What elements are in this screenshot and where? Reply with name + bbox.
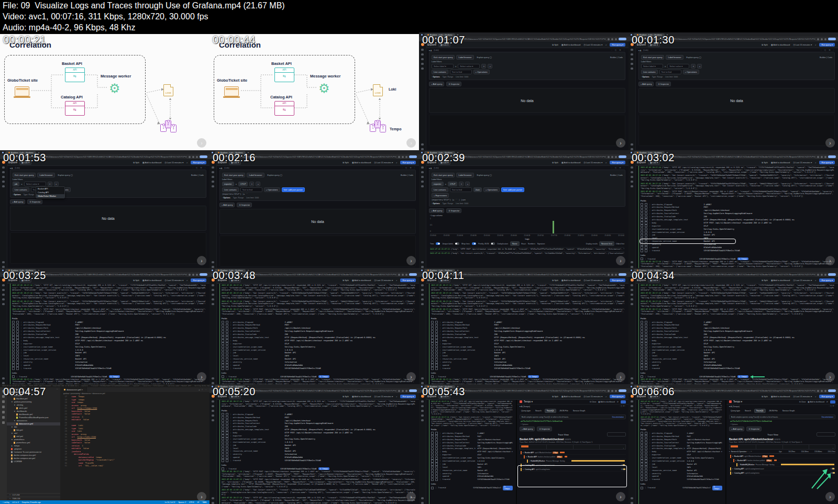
- add-to-dashboard-button[interactable]: ▦ Add to dashboard: [808, 401, 824, 403]
- split-button[interactable]: ⧉ Split: [343, 279, 349, 282]
- filter-out-value-icon[interactable]: [645, 324, 647, 327]
- filter-for-value-icon[interactable]: [641, 444, 643, 447]
- run-query-button[interactable]: Run query ▾: [191, 278, 206, 282]
- filter-for-value-icon[interactable]: [222, 425, 224, 428]
- filter-for-value-icon[interactable]: [641, 324, 643, 327]
- operations-button[interactable]: + Operations: [683, 70, 699, 74]
- search-icon[interactable]: ⌕: [605, 279, 607, 282]
- extension-icon[interactable]: [398, 274, 400, 276]
- time-range-picker[interactable]: ◷ Last 15 minutes ▾: [583, 43, 602, 46]
- traceql-query[interactable]: ae7bc5a52374864b43e47275b2c1b8ba02ab: [730, 420, 834, 422]
- filter-for-value-icon[interactable]: [641, 435, 643, 438]
- filter-out-value-icon[interactable]: [645, 361, 647, 364]
- video-frame-00-01-07[interactable]: Explore - Loki - Grafana+ ‹ › ⟳localhost…: [419, 32, 629, 150]
- filter-out-value-icon[interactable]: [16, 358, 19, 361]
- field-row[interactable]: |traceid53f5876b9e6d07ba455793be2cc755d6: [222, 367, 416, 370]
- tree-item-license[interactable]: LICENSE: [7, 460, 60, 463]
- prettify-toggle[interactable]: [491, 242, 495, 245]
- span-duration-bar[interactable]: [781, 464, 834, 465]
- options-toggle[interactable]: › Options: [222, 197, 230, 199]
- filter-out-value-icon[interactable]: [435, 333, 438, 336]
- filter-for-value-icon[interactable]: [222, 431, 224, 434]
- extension-icon[interactable]: [821, 274, 823, 276]
- run-query-button[interactable]: Run query ▾: [819, 161, 835, 164]
- filter-for-value-icon[interactable]: [222, 327, 224, 330]
- log-line[interactable]: 2023-07-03 20:17:14 {"body": "HTTP POST …: [431, 308, 625, 316]
- video-frame-00-04-11[interactable]: Explore - Loki - Grafana+ ‹ › ⟳localhost…: [419, 268, 629, 384]
- filter-out-value-icon[interactable]: [645, 327, 647, 330]
- nav-icon[interactable]: [2, 166, 5, 169]
- log-line[interactable]: 2023-07-03 20:17:14 {"body": "Get Concer…: [222, 300, 416, 308]
- filter-out-value-icon[interactable]: [226, 339, 228, 342]
- nav-icon[interactable]: [212, 176, 214, 178]
- nav-icon[interactable]: [421, 58, 424, 61]
- filter-out-value-icon[interactable]: [226, 459, 228, 462]
- video-frame-00-01-53[interactable]: Explore - Loki - Grafana+ ‹ › ⟳localhost…: [0, 150, 210, 268]
- line-contains-input[interactable]: Text to find: [450, 187, 472, 192]
- help-icon[interactable]: [631, 261, 633, 264]
- builder-code-toggle[interactable]: Builder | Code: [820, 57, 832, 59]
- log-line[interactable]: 2023-07-03 20:17:14 {"body": "Get Concer…: [641, 292, 835, 299]
- filter-out-value-icon[interactable]: [645, 342, 647, 345]
- filter-out-value-icon[interactable]: [645, 221, 647, 224]
- find-input[interactable]: [607, 432, 626, 436]
- span-row[interactable]: ▾Basket APIapi/v1/Basket/checkout776μs: [729, 454, 835, 458]
- nav-icon[interactable]: [631, 181, 633, 183]
- time-range-picker[interactable]: ◷ Last 15 minutes ▾: [793, 395, 812, 398]
- filter-for-value-icon[interactable]: [222, 441, 224, 443]
- profile-icon[interactable]: [421, 502, 424, 504]
- log-line[interactable]: 2023-07-03 20:17:14 {"body": "HTTP POST …: [641, 308, 835, 316]
- filter-for-value-icon[interactable]: [641, 216, 643, 218]
- filter-out-value-icon[interactable]: [435, 451, 438, 453]
- filter-for-value-icon[interactable]: [431, 364, 434, 366]
- filter-for-value-icon[interactable]: [641, 466, 643, 468]
- span-duration-bar[interactable]: [774, 460, 777, 461]
- field-row[interactable]: |traceid53f5876b9e6d07ba455793be2cc755d6: [12, 367, 206, 370]
- filter-for-value-icon[interactable]: [641, 355, 643, 357]
- filter-out-value-icon[interactable]: [226, 431, 228, 434]
- label-browser-button[interactable]: Label browser: [456, 173, 473, 177]
- filter-out-value-icon[interactable]: [16, 333, 19, 336]
- filter-for-value-icon[interactable]: [431, 367, 434, 369]
- filter-out-value-icon[interactable]: [226, 349, 228, 351]
- run-query-button[interactable]: Run query ▾: [819, 395, 835, 398]
- extension-icon[interactable]: [398, 156, 400, 158]
- filter-for-value-icon[interactable]: [641, 451, 643, 453]
- log-line[interactable]: 2023-07-03 20:17:14 {"body": "HTTP GET /…: [222, 284, 416, 292]
- remove-filter-button[interactable]: ×: [48, 182, 52, 186]
- filter-out-value-icon[interactable]: [435, 478, 438, 481]
- filter-out-value-icon[interactable]: [16, 321, 19, 323]
- log-line[interactable]: 2023-07-03 20:17:14 {"body": "Get Concer…: [641, 300, 835, 308]
- run-query-button[interactable]: Run query ▾: [400, 278, 416, 282]
- filter-for-value-icon[interactable]: [12, 361, 15, 364]
- browser-update-pill[interactable]: [828, 38, 836, 40]
- filter-out-value-icon[interactable]: [645, 345, 647, 348]
- log-line[interactable]: 2023-07-03 20:17:14 {"body": "Get Concer…: [641, 416, 722, 427]
- nav-icon[interactable]: [212, 294, 214, 296]
- filter-for-value-icon[interactable]: [431, 352, 434, 354]
- filter-for-value-icon[interactable]: [641, 228, 643, 230]
- filter-out-value-icon[interactable]: [645, 228, 647, 230]
- split-button[interactable]: ⧉ Split: [552, 395, 558, 398]
- filter-out-value-icon[interactable]: [226, 422, 228, 425]
- filter-out-value-icon[interactable]: [226, 330, 228, 333]
- video-frame-00-04-34[interactable]: Explore - Loki - Grafana+ ‹ › ⟳localhost…: [629, 268, 838, 384]
- options-toggle[interactable]: › Options: [730, 423, 738, 425]
- extension-icon[interactable]: [608, 274, 610, 276]
- log-line[interactable]: 2023-07-03 20:17:14 {"body": "Get Concer…: [12, 292, 206, 299]
- field-row[interactable]: |traceid53f5876b9e6d07ba455793be2cc755d6: [431, 367, 625, 370]
- filter-for-value-icon[interactable]: [431, 435, 434, 438]
- filter-for-value-icon[interactable]: [641, 330, 643, 333]
- filter-out-value-icon[interactable]: [645, 243, 647, 246]
- add-query-button[interactable]: + Add query: [429, 208, 444, 213]
- filter-out-value-icon[interactable]: [435, 327, 438, 330]
- extension-icon[interactable]: [611, 390, 613, 392]
- filter-for-value-icon[interactable]: [222, 450, 224, 453]
- editor-tab[interactable]: datasources.yml ×: [60, 387, 87, 392]
- time-range-picker[interactable]: ◷ Last 15 minutes ▾: [793, 279, 812, 282]
- filter-for-value-icon[interactable]: [641, 209, 643, 212]
- video-frame-00-03-02[interactable]: Explore - Loki - Grafana+ ‹ › ⟳localhost…: [629, 150, 838, 268]
- inspector-button[interactable]: ⊙ Inspector: [656, 82, 671, 86]
- span-duration-bar[interactable]: [560, 452, 565, 453]
- nav-icon[interactable]: [421, 400, 424, 403]
